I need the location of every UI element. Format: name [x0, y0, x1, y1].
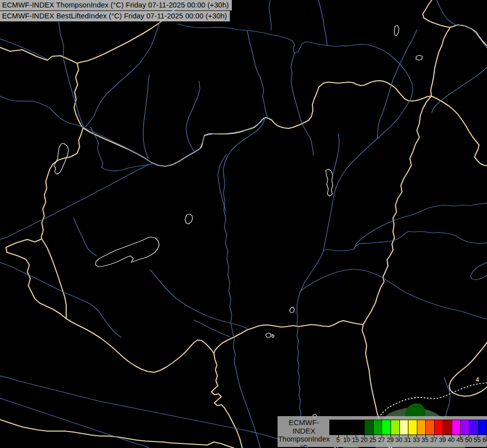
country-border [431, 96, 487, 166]
river [218, 154, 226, 211]
legend-color-bin [417, 420, 426, 435]
legend-color-bin [443, 420, 452, 435]
lake-outline [394, 25, 399, 36]
legend-color-bin [434, 420, 443, 435]
country-border [449, 342, 487, 396]
country-border [66, 319, 214, 372]
legend-color-bin [399, 420, 408, 435]
river [318, 0, 327, 46]
legend-panel: ECMWF-INDEX ThompsonIndex °C 51015202527… [278, 416, 487, 447]
contour-label-4: 4 [476, 376, 479, 383]
river [91, 127, 152, 171]
legend-color-bin [330, 420, 338, 435]
river [247, 31, 260, 77]
country-border [363, 96, 431, 325]
river [86, 20, 161, 127]
river [0, 262, 121, 337]
legend-color-bin [452, 420, 461, 435]
river [59, 22, 85, 128]
country-border [0, 47, 77, 63]
titlebar: ECMWF-INDEX ThompsonIndex (°C) Friday 07… [0, 0, 232, 22]
legend-color-bin [478, 420, 487, 435]
legend-color-bin [347, 420, 356, 435]
river [0, 96, 265, 448]
legend-color-bin [356, 420, 365, 435]
weather-map-screen: 42 ECMWF-INDEX ThompsonIndex (°C) Friday… [0, 0, 487, 448]
country-border [211, 353, 242, 448]
river [300, 269, 487, 319]
river [437, 0, 487, 48]
river [378, 30, 417, 138]
legend-product-label: ECMWF-INDEX [278, 418, 330, 435]
river [143, 75, 149, 158]
legend-color-bin [364, 420, 373, 435]
country-border [450, 25, 487, 46]
legend-color-bin [390, 420, 399, 435]
river [432, 67, 487, 112]
country-border [41, 128, 83, 239]
weather-map-canvas: 42 [0, 0, 487, 448]
legend-color-bin [460, 420, 469, 435]
title-line-2: ECMWF-INDEX BestLiftedIndex (°C) Friday … [0, 11, 230, 21]
lake-outline [272, 335, 274, 337]
river [323, 203, 487, 251]
legend-colorbar [329, 420, 487, 435]
river [0, 164, 149, 239]
lake-outline [185, 214, 193, 224]
river [150, 270, 247, 329]
river [269, 0, 271, 30]
rivers-layer [0, 0, 487, 448]
lake-outline [290, 307, 294, 313]
country-border [214, 321, 363, 353]
country-border [0, 420, 234, 448]
lake-outline [96, 237, 159, 267]
country-border [431, 27, 450, 96]
legend-caption: ECMWF-INDEX ThompsonIndex °C [278, 418, 330, 448]
lake-outline [266, 333, 271, 337]
river [354, 231, 487, 249]
country-border [6, 239, 66, 319]
river [291, 53, 313, 155]
river [471, 262, 487, 280]
legend-color-bin [469, 420, 478, 435]
lake-outline [326, 169, 333, 196]
river [74, 218, 97, 256]
legend-color-bin [425, 420, 434, 435]
country-border [74, 63, 83, 128]
river [186, 81, 200, 152]
legend-color-bin [408, 420, 417, 435]
river [260, 77, 268, 118]
title-line-1: ECMWF-INDEX ThompsonIndex (°C) Friday 07… [0, 0, 232, 10]
legend-color-bin [382, 420, 390, 435]
legend-color-bin [373, 420, 382, 435]
country-border [423, 0, 450, 27]
lake-outline [416, 55, 422, 60]
legend-tick-label: 60 [480, 437, 487, 444]
country-border [42, 239, 66, 319]
river [0, 39, 47, 59]
river [194, 320, 230, 337]
river [0, 398, 149, 448]
river [0, 376, 303, 447]
river [333, 133, 339, 173]
country-borders-layer [0, 0, 487, 448]
legend-unit-label: °C [278, 444, 330, 448]
legend-color-bin [338, 420, 347, 435]
legend-parameter-label: ThompsonIndex [278, 435, 330, 444]
